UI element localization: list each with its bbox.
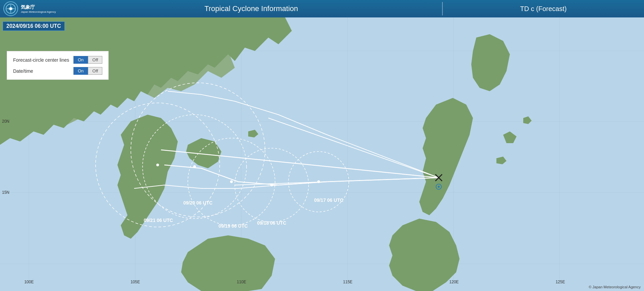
logo-japanese: 気象庁 — [21, 4, 56, 10]
lat-20n-label: 20N — [2, 119, 9, 124]
datetime-on-button[interactable]: On — [73, 67, 88, 75]
copyright-label: © Japan Meteorological Agency — [589, 285, 641, 289]
lon-115e-label: 115E — [343, 280, 353, 284]
datetime-toggle[interactable]: On Off — [73, 67, 102, 75]
timestamp-badge: 2024/09/16 06:00 UTC — [3, 21, 65, 31]
forecast-circle-label: Forecast-circle center lines — [13, 57, 70, 63]
lon-110e-label: 110E — [237, 280, 246, 284]
page-title: Tropical Cyclone Information — [60, 4, 442, 13]
logo-area: 気象庁 Japan Meteorological Agency — [0, 1, 60, 16]
lon-120e-label: 120E — [449, 280, 459, 284]
lat-15n-label: 15N — [2, 190, 9, 195]
app-header: 気象庁 Japan Meteorological Agency Tropical… — [0, 0, 644, 17]
datetime-off-button[interactable]: Off — [88, 67, 102, 75]
controls-panel: Forecast-circle center lines On Off Date… — [7, 51, 109, 80]
forecast-circle-on-button[interactable]: On — [73, 56, 88, 64]
forecast-circle-row: Forecast-circle center lines On Off — [13, 56, 102, 64]
jma-logo-icon — [3, 1, 18, 16]
forecast-circle-toggle[interactable]: On Off — [73, 56, 102, 64]
svg-point-1 — [9, 7, 12, 10]
storm-title: TD c (Forecast) — [443, 5, 644, 13]
jma-logo-text: 気象庁 Japan Meteorological Agency — [21, 4, 56, 13]
forecast-circle-off-button[interactable]: Off — [88, 56, 102, 64]
datetime-label: Date/time — [13, 68, 70, 74]
lon-105e-label: 105E — [130, 280, 140, 284]
lon-100e-label: 100E — [24, 280, 34, 284]
logo-english: Japan Meteorological Agency — [21, 10, 56, 13]
datetime-row: Date/time On Off — [13, 67, 102, 75]
map-container: 2024/09/16 06:00 UTC Forecast-circle cen… — [0, 17, 644, 291]
lon-125e-label: 125E — [555, 280, 565, 284]
